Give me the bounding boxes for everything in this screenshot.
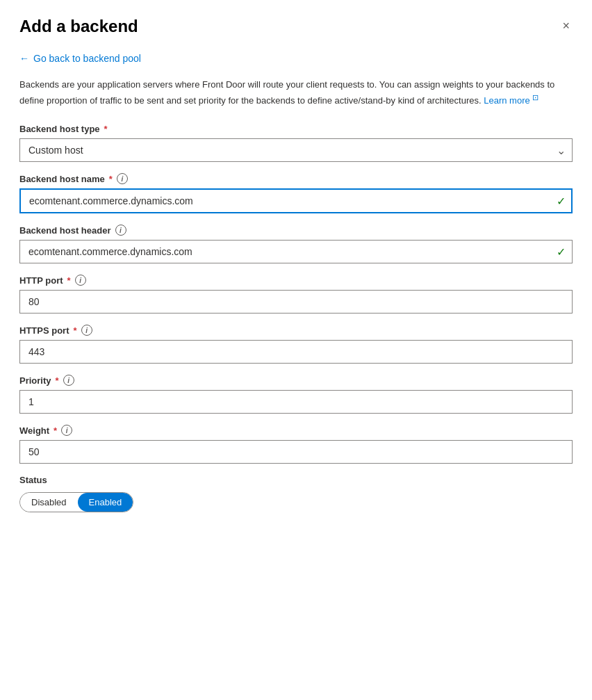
info-icon[interactable]: i	[75, 275, 86, 286]
backend-host-header-input-wrapper: ✓	[19, 240, 573, 263]
priority-label: Priority * i	[19, 375, 573, 386]
status-disabled-button[interactable]: Disabled	[20, 493, 78, 512]
backend-host-type-select-wrapper: Custom host App service Cloud service St…	[19, 138, 573, 162]
info-icon[interactable]: i	[81, 325, 92, 336]
required-star: *	[67, 275, 71, 286]
backend-host-type-select[interactable]: Custom host App service Cloud service St…	[19, 138, 573, 162]
required-star: *	[109, 174, 113, 184]
back-link[interactable]: ← Go back to backend pool	[19, 53, 573, 64]
back-arrow-icon: ←	[19, 53, 29, 64]
backend-host-type-group: Backend host type * Custom host App serv…	[19, 124, 573, 162]
close-button[interactable]: ×	[559, 17, 573, 35]
https-port-group: HTTPS port * i	[19, 325, 573, 364]
check-icon: ✓	[557, 245, 566, 259]
required-star: *	[104, 124, 108, 134]
http-port-group: HTTP port * i	[19, 275, 573, 314]
weight-input[interactable]	[19, 440, 573, 464]
http-port-input[interactable]	[19, 290, 573, 314]
backend-host-header-group: Backend host header i ✓	[19, 225, 573, 263]
info-icon[interactable]: i	[115, 225, 126, 236]
external-link-icon: ⊡	[532, 93, 538, 101]
status-toggle-group: Disabled Enabled	[19, 492, 133, 512]
backend-host-name-label: Backend host name * i	[19, 173, 573, 184]
backend-host-name-input[interactable]	[19, 188, 573, 213]
required-star: *	[56, 375, 59, 386]
weight-group: Weight * i	[19, 425, 573, 464]
https-port-label: HTTPS port * i	[19, 325, 573, 336]
backend-host-header-label: Backend host header i	[19, 225, 573, 236]
info-icon[interactable]: i	[61, 425, 72, 436]
backend-host-type-label: Backend host type *	[19, 124, 573, 134]
status-enabled-button[interactable]: Enabled	[78, 493, 133, 512]
learn-more-link[interactable]: Learn more ⊡	[484, 95, 538, 106]
weight-label: Weight * i	[19, 425, 573, 436]
panel-header: Add a backend ×	[19, 17, 573, 36]
required-star: *	[54, 425, 57, 436]
add-backend-panel: Add a backend × ← Go back to backend poo…	[0, 0, 592, 700]
backend-host-name-input-wrapper: ✓	[19, 188, 573, 213]
check-icon: ✓	[557, 195, 566, 208]
panel-title: Add a backend	[19, 17, 138, 36]
status-label: Status	[19, 475, 573, 485]
http-port-label: HTTP port * i	[19, 275, 573, 286]
backend-host-name-group: Backend host name * i ✓	[19, 173, 573, 213]
priority-input[interactable]	[19, 390, 573, 414]
info-icon[interactable]: i	[117, 173, 128, 184]
https-port-input[interactable]	[19, 340, 573, 364]
info-icon[interactable]: i	[63, 375, 74, 386]
status-section: Status Disabled Enabled	[19, 475, 573, 512]
required-star: *	[74, 325, 77, 336]
description-text: Backends are your application servers wh…	[19, 78, 573, 107]
priority-group: Priority * i	[19, 375, 573, 414]
backend-host-header-input[interactable]	[19, 240, 573, 263]
back-link-label: Go back to backend pool	[33, 53, 141, 64]
